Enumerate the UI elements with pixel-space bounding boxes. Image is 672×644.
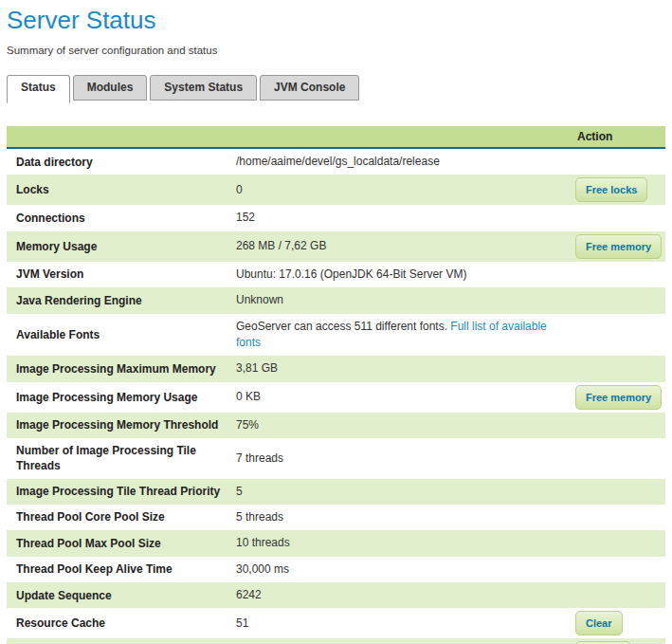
tab-system-status[interactable]: System Status (150, 75, 257, 101)
header-cell-empty-value (232, 126, 570, 148)
row-label: Thread Pool Max Pool Size (16, 537, 161, 550)
server-status-page: Server Status Summary of server configur… (0, 0, 672, 644)
row-value: 7 threads (236, 451, 283, 465)
page-title: Server Status (7, 6, 665, 35)
clear-button[interactable]: Clear (575, 611, 623, 635)
row-label: JVM Version (16, 267, 83, 281)
row-image-processing-memory-threshold: Image Processing Memory Threshold 75% (7, 413, 665, 438)
row-value: 0 KB (236, 390, 261, 403)
row-value: Unknown (236, 293, 283, 306)
row-value: 6242 (236, 588, 262, 601)
row-number-of-image-processing-tile-threads: Number of Image Processing Tile Threads … (7, 438, 665, 478)
row-locks: Locks 0 Free locks (7, 175, 665, 205)
row-label: Memory Usage (16, 240, 97, 253)
row-value: GeoServer can access 511 different fonts… (236, 320, 447, 333)
row-data-directory: Data directory /home/aaime/devel/gs_loca… (7, 148, 665, 175)
row-memory-usage: Memory Usage 268 MB / 7,62 GB Free memor… (7, 231, 665, 262)
row-resource-cache: Resource Cache 51 Clear (7, 608, 665, 638)
row-connections: Connections 152 (7, 205, 665, 230)
row-value: 3,81 GB (236, 361, 278, 375)
row-jvm-version: JVM Version Ubuntu: 17.0.16 (OpenJDK 64-… (7, 262, 665, 287)
row-available-fonts: Available Fonts GeoServer can access 511… (7, 314, 665, 357)
row-thread-pool-max-pool-size: Thread Pool Max Pool Size 10 threads (7, 530, 665, 556)
tab-label: System Status (164, 81, 243, 94)
page-subtitle: Summary of server configuration and stat… (7, 45, 665, 56)
row-thread-pool-keep-alive-time: Thread Pool Keep Alive Time 30,000 ms (7, 557, 665, 582)
row-value: 30,000 ms (236, 562, 289, 576)
row-value: Ubuntu: 17.0.16 (OpenJDK 64-Bit Server V… (236, 267, 466, 281)
row-image-processing-maximum-memory: Image Processing Maximum Memory 3,81 GB (7, 356, 665, 381)
row-label: Resource Cache (16, 616, 105, 630)
row-label: Number of Image Processing Tile Threads (16, 444, 196, 472)
row-label: Image Processing Memory Threshold (16, 418, 218, 432)
row-update-sequence: Update Sequence 6242 (7, 582, 665, 608)
row-label: Image Processing Memory Usage (16, 391, 197, 404)
row-label: Locks (16, 183, 49, 196)
tab-label: Modules (87, 81, 134, 94)
row-label: Available Fonts (16, 328, 100, 341)
tab-status[interactable]: Status (7, 75, 70, 103)
row-label: Thread Pool Core Pool Size (16, 510, 165, 524)
row-value: 268 MB / 7,62 GB (236, 239, 326, 252)
tab-label: JVM Console (274, 81, 345, 94)
row-image-processing-tile-thread-priority: Image Processing Tile Thread Priority 5 (7, 479, 665, 505)
row-value: 10 threads (236, 536, 290, 549)
row-label: Connections (16, 212, 85, 225)
row-label: Image Processing Tile Thread Priority (16, 485, 220, 498)
tab-jvm-console[interactable]: JVM Console (260, 75, 359, 101)
tab-modules[interactable]: Modules (73, 75, 148, 101)
row-label: Update Sequence (16, 589, 112, 602)
tab-bar: Status Modules System Status JVM Console (7, 75, 665, 103)
row-value: /home/aaime/devel/gs_localdata/release (236, 155, 440, 168)
row-value: 75% (236, 418, 259, 432)
row-value: 5 threads (236, 510, 283, 524)
row-java-rendering-engine: Java Rendering Engine Unknown (7, 287, 665, 313)
row-label: Thread Pool Keep Alive Time (16, 562, 173, 576)
row-value: 5 (236, 485, 243, 498)
row-label: Image Processing Maximum Memory (16, 362, 216, 376)
row-label: Data directory (16, 156, 93, 169)
row-configuration-and-catalog: Configuration and catalog Reload (7, 638, 665, 644)
row-image-processing-memory-usage: Image Processing Memory Usage 0 KB Free … (7, 382, 665, 413)
free-memory-button[interactable]: Free memory (575, 385, 662, 410)
free-memory-button[interactable]: Free memory (575, 234, 662, 259)
free-locks-button[interactable]: Free locks (575, 177, 647, 202)
row-value: 152 (236, 211, 255, 224)
row-value: 0 (236, 183, 243, 196)
action-column-header: Action (570, 126, 665, 148)
row-label: Java Rendering Engine (16, 294, 142, 307)
row-value: 51 (236, 616, 248, 630)
header-cell-empty-label (7, 126, 232, 148)
row-thread-pool-core-pool-size: Thread Pool Core Pool Size 5 threads (7, 505, 665, 530)
status-table: Action Data directory /home/aaime/devel/… (7, 126, 665, 644)
tab-label: Status (21, 81, 56, 94)
table-header-row: Action (7, 126, 665, 148)
